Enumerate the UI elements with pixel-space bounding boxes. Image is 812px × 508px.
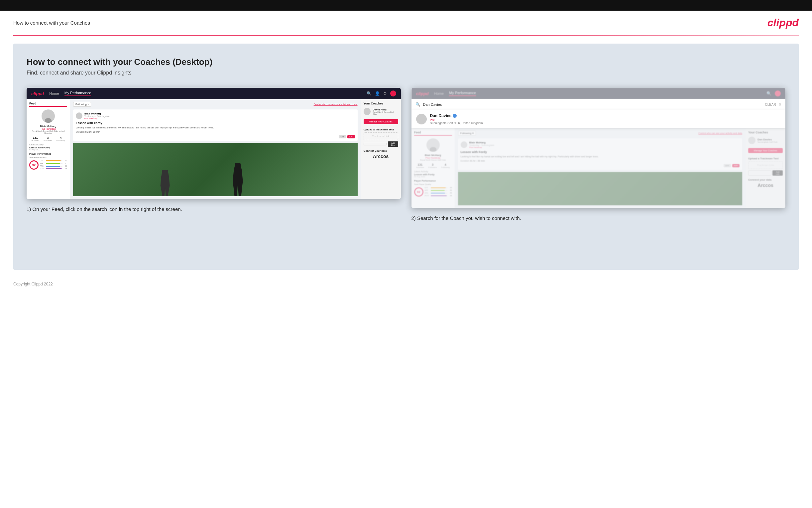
feed-tab[interactable]: Feed — [29, 102, 67, 107]
add-link-button[interactable]: Add Link — [388, 141, 398, 147]
right-screenshot: clippd Home My Performance 🔍 🔍 Dan Davie… — [412, 88, 786, 208]
arccos-logo: Arccos — [364, 154, 398, 159]
post-duration: Duration 01 hr : 30 min — [76, 131, 355, 133]
clippd-right: Your Coaches David Ford Royal North Devo… — [361, 99, 401, 199]
following-count: 4 — [56, 136, 65, 139]
post-text: Looking to feel like my hands are exitin… — [76, 126, 355, 129]
nav-logo: clippd — [31, 91, 44, 96]
right-coaches-bg: Your Coaches Dan Davies Sunningdale Golf… — [746, 128, 785, 208]
stat-activities: 131 Activities — [32, 136, 40, 141]
right-sidebar-bg: Feed Blair McHarg Plus Handicap Royal No… — [412, 128, 455, 208]
quality-row: 92 OTT 90 APP 85 — [29, 160, 67, 170]
quality-score: 92 — [29, 160, 39, 170]
profile-name: Blair McHarg — [29, 125, 67, 128]
trackman-placeholder: Trackman Link — [364, 132, 398, 140]
result-name-row: Dan Davies — [430, 114, 483, 118]
manage-coaches-button[interactable]: Manage Your Coaches — [364, 119, 398, 124]
main-title: How to connect with your Coaches (Deskto… — [27, 57, 785, 67]
followers-label: Followers — [44, 139, 52, 141]
profile-avatar — [42, 110, 55, 123]
nav-home[interactable]: Home — [49, 91, 59, 95]
left-instruction: 1) On your Feed, click on the search ico… — [27, 206, 401, 213]
activities-label: Activities — [32, 139, 40, 141]
stat-followers: 3 Followers — [44, 136, 52, 141]
result-pro: Pro — [430, 118, 483, 121]
header-divider — [13, 35, 799, 36]
left-panel: clippd Home My Performance 🔍 👤 ⚙ Feed — [27, 88, 401, 222]
right-instruction: 2) Search for the Coach you wish to conn… — [412, 215, 786, 222]
search-icon[interactable]: 🔍 — [367, 91, 372, 96]
bar-app: APP 85 — [40, 162, 67, 164]
clear-button[interactable]: CLEAR — [765, 103, 776, 107]
post-meta: Yesterday · Sunningdale — [85, 115, 110, 118]
post-author-sub: Plus Handicap — [85, 118, 110, 119]
coaches-title: Your Coaches — [364, 102, 398, 105]
settings-icon[interactable]: ⚙ — [383, 91, 387, 96]
result-name: Dan Davies — [430, 114, 452, 118]
logo: clippd — [767, 17, 799, 29]
coach-name: David Ford — [373, 108, 398, 111]
search-overlay-region: 🔍 Dan Davies CLEAR × Dan Davies — [412, 99, 786, 128]
user-icon[interactable]: 👤 — [375, 91, 380, 96]
trackman-input[interactable] — [364, 143, 387, 145]
activity-date: 03 Aug 2022 — [29, 149, 67, 151]
main-subtitle: Find, connect and share your Clippd insi… — [27, 70, 785, 76]
coach-item: David Ford Royal North Devon Golf Club — [364, 108, 398, 115]
bar-putt: PUTT 96 — [40, 168, 67, 170]
avatar-icon[interactable] — [390, 90, 396, 96]
search-query-display[interactable]: Dan Davies — [423, 102, 762, 107]
close-button[interactable]: × — [779, 102, 781, 107]
main-content: How to connect with your Coaches (Deskto… — [13, 44, 799, 270]
clippd-body: Feed Blair McHarg Plus Handicap Royal No… — [27, 99, 401, 199]
post-header: Blair McHarg Yesterday · Sunningdale Plu… — [76, 112, 355, 119]
right-search-icon-bg: 🔍 — [766, 91, 771, 96]
post-actions: OFF APP — [76, 135, 355, 138]
right-nav-bg: clippd Home My Performance 🔍 — [412, 88, 786, 99]
top-bar — [0, 0, 812, 11]
connect-title: Connect your data — [364, 150, 398, 153]
golf-background — [73, 143, 357, 196]
activities-count: 131 — [32, 136, 40, 139]
clippd-nav: clippd Home My Performance 🔍 👤 ⚙ — [27, 88, 401, 99]
control-link[interactable]: Control who can see your activity and da… — [314, 103, 357, 105]
search-bar-overlay: 🔍 Dan Davies CLEAR × — [412, 99, 786, 110]
clippd-sidebar: Feed Blair McHarg Plus Handicap Royal No… — [27, 99, 70, 199]
coach-avatar — [364, 108, 371, 115]
upload-title: Upload a Trackman Test — [364, 128, 398, 131]
app-button[interactable]: APP — [347, 135, 355, 138]
bars-col: OTT 90 APP 85 ARG — [40, 160, 67, 170]
following-label: Following — [56, 139, 65, 141]
right-screenshot-container: clippd Home My Performance 🔍 🔍 Dan Davie… — [412, 88, 786, 208]
off-button[interactable]: OFF — [339, 135, 346, 138]
nav-my-performance[interactable]: My Performance — [64, 91, 91, 96]
right-body-bg: Feed Blair McHarg Plus Handicap Royal No… — [412, 128, 786, 208]
latest-activity-label: Latest Activity — [29, 143, 67, 146]
bar-ott: OTT 90 — [40, 160, 67, 162]
profile-club: Royal North Devon Golf Club, United King… — [29, 130, 67, 134]
followers-count: 3 — [44, 136, 52, 139]
clippd-center: Following ▾ Control who can see your act… — [70, 99, 361, 199]
profile-sub: Plus Handicap — [29, 128, 67, 130]
nav-icons: 🔍 👤 ⚙ — [367, 90, 396, 96]
coach-club: Royal North Devon Golf Club — [373, 111, 398, 115]
right-center-bg: Following ▾ Control who can see your act… — [455, 128, 746, 208]
result-avatar — [416, 114, 427, 124]
trackman-input-row: Add Link — [364, 141, 398, 147]
right-panel: clippd Home My Performance 🔍 🔍 Dan Davie… — [412, 88, 786, 222]
footer: Copyright Clippd 2022 — [0, 278, 812, 290]
search-result[interactable]: Dan Davies Pro Sunningdale Golf Club, Un… — [412, 110, 786, 128]
left-screenshot: clippd Home My Performance 🔍 👤 ⚙ Feed — [27, 88, 401, 199]
page-title: How to connect with your Coaches — [13, 20, 90, 26]
post-author-name: Blair McHarg — [85, 112, 110, 115]
bar-arg: ARG 86 — [40, 165, 67, 167]
post-title: Lesson with Fordy — [76, 121, 355, 125]
post-card: Blair McHarg Yesterday · Sunningdale Plu… — [73, 110, 357, 141]
result-club: Sunningdale Golf Club, United Kingdom — [430, 121, 483, 125]
following-row: Following ▾ Control who can see your act… — [73, 102, 357, 107]
post-avatar — [76, 113, 83, 119]
search-icon-overlay: 🔍 — [416, 102, 421, 107]
total-player-quality: Total Player Quality — [29, 156, 67, 158]
panels: clippd Home My Performance 🔍 👤 ⚙ Feed — [27, 88, 785, 222]
copyright: Copyright Clippd 2022 — [13, 282, 53, 287]
following-btn[interactable]: Following ▾ — [73, 102, 91, 107]
